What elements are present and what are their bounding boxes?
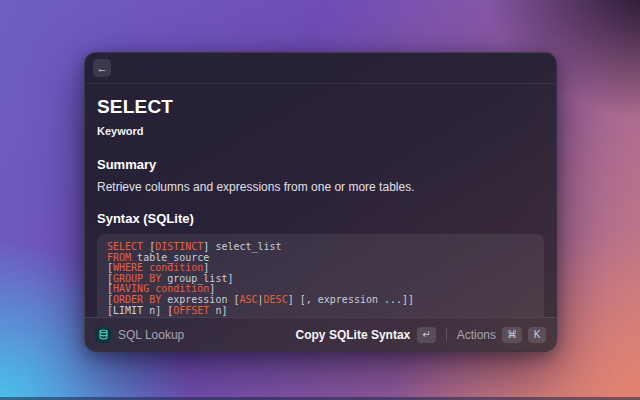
detail-content: SELECT Keyword Summary Retrieve columns … (85, 84, 556, 317)
syntax-code-block: SELECT [DISTINCT] select_listFROM table_… (97, 234, 544, 317)
page-title: SELECT (97, 96, 544, 118)
copy-syntax-button[interactable]: Copy SQLite Syntax ↵ (296, 327, 436, 343)
cmd-key-icon: ⌘ (502, 327, 522, 343)
summary-text: Retrieve columns and expressions from on… (97, 180, 544, 194)
arrow-left-icon: ← (97, 63, 108, 74)
enter-key-icon: ↵ (417, 327, 435, 343)
syntax-heading: Syntax (SQLite) (97, 211, 544, 226)
back-button[interactable]: ← (93, 59, 111, 77)
code-line: [LIMIT n] [OFFSET n] (107, 306, 534, 317)
app-name-label: SQL Lookup (118, 328, 184, 342)
keyword-type-label: Keyword (97, 125, 544, 137)
footer-divider (446, 328, 447, 341)
app-window: ← SELECT Keyword Summary Retrieve column… (84, 52, 557, 352)
database-icon (95, 327, 111, 343)
window-header: ← (85, 53, 556, 84)
summary-heading: Summary (97, 157, 544, 172)
desktop-background: { "header": { "back_icon": "←" }, "doc":… (0, 0, 640, 400)
app-chip: SQL Lookup (95, 327, 184, 343)
copy-syntax-label: Copy SQLite Syntax (296, 328, 411, 342)
k-key-icon: K (528, 327, 546, 343)
actions-menu-button[interactable]: Actions ⌘ K (457, 327, 546, 343)
footer-actions: Copy SQLite Syntax ↵ Actions ⌘ K (296, 327, 546, 343)
footer-bar: SQL Lookup Copy SQLite Syntax ↵ Actions … (85, 317, 556, 351)
actions-label: Actions (457, 328, 496, 342)
